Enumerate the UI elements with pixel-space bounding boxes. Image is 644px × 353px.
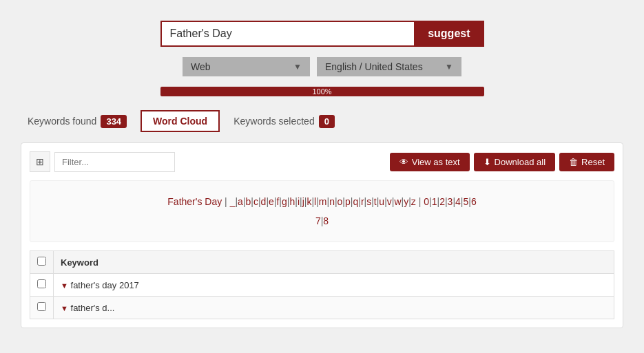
- language-dropdown[interactable]: English / United States ▼: [317, 57, 461, 76]
- alphabet-link-z[interactable]: z: [411, 196, 416, 207]
- action-buttons: 👁 View as text ⬇ Download all 🗑 Reset: [390, 153, 614, 171]
- alphabet-link-8[interactable]: 8: [323, 215, 329, 226]
- tabs-row: Keywords found 334 Word Cloud Keywords s…: [14, 110, 630, 132]
- table-row: ▼ father's day 2017: [30, 274, 614, 297]
- row-keyword-cell: ▼ father's d...: [54, 297, 614, 319]
- filter-input[interactable]: [54, 152, 175, 172]
- alphabet-link-c[interactable]: c: [253, 196, 258, 207]
- progress-container: 100%: [160, 87, 484, 96]
- alphabet-link-w[interactable]: w: [394, 196, 401, 207]
- filter-left: ⊞: [30, 151, 175, 172]
- keyword-text: father's day 2017: [71, 280, 139, 290]
- alphabet-link-1[interactable]: 1: [432, 196, 437, 207]
- row-keyword-cell: ▼ father's day 2017: [54, 274, 614, 297]
- alphabet-link-g[interactable]: g: [282, 196, 287, 207]
- alphabet-link-n[interactable]: n: [329, 196, 335, 207]
- search-input[interactable]: [160, 21, 415, 47]
- view-as-text-button[interactable]: 👁 View as text: [390, 153, 470, 171]
- content-box: ⊞ 👁 View as text ⬇ Download all 🗑 Reset: [21, 142, 623, 328]
- keywords-found-label: Keywords found 334: [28, 115, 127, 128]
- download-icon: ⬇: [484, 157, 491, 167]
- alphabet-link-v[interactable]: v: [387, 196, 392, 207]
- trash-icon: 🗑: [569, 157, 578, 167]
- alphabet-link-2[interactable]: 2: [439, 196, 445, 207]
- eye-icon: 👁: [399, 157, 408, 167]
- alphabet-nav: Father's Day | _|a|b|c|d|e|f|g|h|i|j|k|l…: [30, 180, 614, 242]
- search-section: suggest: [14, 21, 630, 47]
- keywords-table: Keyword ▼ father's day 2017: [30, 250, 614, 319]
- select-all-checkbox[interactable]: [37, 257, 46, 266]
- alphabet-link-0[interactable]: 0: [424, 196, 429, 207]
- keywords-selected-label: Keywords selected 0: [233, 115, 335, 128]
- progress-bar: 100%: [160, 87, 484, 96]
- keyword-text: father's d...: [71, 303, 115, 313]
- alphabet-link-a[interactable]: a: [238, 196, 243, 207]
- word-cloud-tab[interactable]: Word Cloud: [141, 110, 220, 132]
- alphabet-link-p[interactable]: p: [345, 196, 351, 207]
- alphabet-link-m[interactable]: m: [319, 196, 327, 207]
- alphabet-link-u[interactable]: u: [379, 196, 384, 207]
- expand-icon: ▼: [61, 304, 68, 312]
- dropdowns-row: Web ▼ English / United States ▼: [14, 57, 630, 76]
- search-input-wrapper: suggest: [160, 21, 484, 47]
- type-dropdown[interactable]: Web ▼: [183, 57, 310, 76]
- alphabet-link-6[interactable]: 6: [471, 196, 477, 207]
- alphabet-link-4[interactable]: 4: [455, 196, 461, 207]
- table-header-keyword: Keyword: [54, 251, 614, 274]
- table-row: ▼ father's d...: [30, 297, 614, 319]
- download-all-button[interactable]: ⬇ Download all: [474, 153, 555, 171]
- filter-icon: ⊞: [36, 156, 44, 167]
- suggest-button[interactable]: suggest: [414, 21, 484, 47]
- filter-icon-button[interactable]: ⊞: [30, 151, 50, 172]
- alphabet-link-e[interactable]: e: [269, 196, 274, 207]
- type-dropdown-arrow: ▼: [293, 62, 302, 72]
- keywords-found-badge: 334: [101, 115, 127, 128]
- filter-row: ⊞ 👁 View as text ⬇ Download all 🗑 Reset: [30, 151, 614, 172]
- keywords-selected-badge: 0: [319, 115, 335, 128]
- table-header-checkbox: [30, 251, 54, 274]
- row-checkbox-cell: [30, 297, 54, 319]
- row-checkbox[interactable]: [37, 279, 46, 288]
- alphabet-link-7[interactable]: 7: [315, 215, 321, 226]
- alphabet-main-link[interactable]: Father's Day: [167, 196, 222, 207]
- language-dropdown-arrow: ▼: [445, 62, 453, 72]
- expand-icon: ▼: [61, 281, 68, 290]
- reset-button[interactable]: 🗑 Reset: [559, 153, 614, 171]
- row-checkbox[interactable]: [37, 302, 46, 311]
- row-checkbox-cell: [30, 274, 54, 297]
